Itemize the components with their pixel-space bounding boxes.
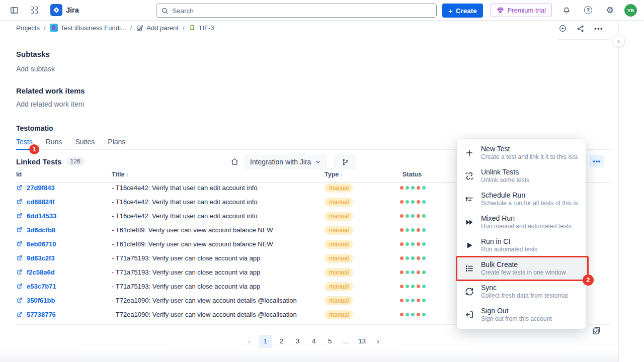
tab-label: Tests — [16, 138, 33, 146]
tab-suites[interactable]: Suites — [75, 138, 95, 149]
branch-button[interactable] — [334, 154, 356, 169]
next-page-button[interactable]: › — [372, 335, 385, 348]
project-selector-dropdown[interactable]: Integration with Jira — [244, 154, 327, 169]
menu-item-unlink-tests[interactable]: Unlink TestsUnlink some tests — [457, 164, 586, 188]
sliders-icon — [464, 195, 474, 204]
menu-item-run-in-ci[interactable]: Run in CIRun automated tests — [457, 234, 586, 257]
test-id-link[interactable]: 3d6dcfb8 — [16, 226, 112, 234]
linked-tests-title: Linked Tests 126 — [16, 157, 85, 166]
test-title: - T72ea1090: Verify user can view accoun… — [112, 297, 325, 304]
menu-item-subtitle: Unlink some tests — [481, 176, 529, 184]
page-button-1[interactable]: 1 — [259, 335, 272, 348]
notifications-button[interactable] — [559, 3, 574, 17]
status-dot-fail — [400, 200, 404, 204]
menu-item-new-test[interactable]: New TestCreate a test and link it it to … — [457, 141, 586, 164]
header-divider — [557, 39, 610, 40]
status-dot-pass — [422, 214, 426, 218]
test-id-link[interactable]: 27d9f843 — [16, 184, 112, 192]
status-dot-fail — [400, 228, 404, 232]
add-related-item-button[interactable]: Add related work item — [16, 100, 84, 108]
annotation-step-badge: 2 — [583, 275, 594, 286]
add-parent-button[interactable]: Add parent — [136, 24, 179, 32]
tab-tests[interactable]: Tests1 — [16, 138, 33, 150]
watch-icon[interactable] — [558, 24, 567, 33]
page-button-5[interactable]: 5 — [324, 335, 337, 348]
status-dot-pass — [411, 186, 415, 190]
test-type-badge: manual — [325, 240, 353, 249]
test-id-link[interactable]: 57738776 — [16, 311, 112, 318]
settings-button[interactable]: ⚙ — [603, 3, 617, 17]
external-link-icon — [16, 184, 23, 191]
page-button-13[interactable]: 13 — [356, 335, 369, 348]
share-icon[interactable] — [577, 25, 585, 33]
status-dot-pass — [411, 270, 415, 274]
previous-page-button[interactable]: ‹ — [243, 335, 256, 348]
collapse-panel-button[interactable]: ‹ — [612, 35, 625, 47]
tab-plans[interactable]: Plans — [108, 138, 125, 149]
menu-item-sign-out[interactable]: Sign OutSign out from this account — [457, 303, 586, 326]
sidebar-toggle-icon[interactable] — [7, 3, 21, 17]
help-button[interactable]: ? — [581, 3, 595, 17]
status-dot-pass — [411, 228, 415, 232]
test-id-link[interactable]: cd68824f — [16, 198, 112, 206]
menu-item-subtitle: Collect fresh data from testomat — [481, 292, 568, 300]
status-dot-pass — [406, 256, 409, 260]
app-switcher-icon[interactable] — [27, 3, 41, 17]
menu-item-bulk-create[interactable]: Bulk CreateCreate few tests in one windo… — [457, 257, 586, 280]
gem-icon — [497, 7, 504, 14]
status-dot-pass — [406, 270, 409, 274]
create-button[interactable]: + Create — [442, 4, 483, 18]
test-type-badge: manual — [325, 296, 353, 305]
breadcrumb-projects[interactable]: Projects — [16, 24, 40, 32]
menu-item-subtitle: Schedule a run for all tests of this iss… — [481, 200, 578, 207]
status-dot-fail — [400, 256, 404, 260]
page-button-3[interactable]: 3 — [291, 335, 304, 348]
annotation-step-badge: 1 — [29, 144, 39, 154]
premium-trial-button[interactable]: Premium trial — [491, 4, 552, 17]
test-id-link[interactable]: 6eb06710 — [16, 240, 112, 248]
test-title: - T71a75193: Verify user can close accou… — [112, 283, 325, 290]
status-dot-pass — [411, 256, 415, 260]
status-dot-fail — [400, 214, 404, 218]
linked-tests-more-button[interactable]: ••• — [590, 155, 604, 167]
status-dot-pass — [411, 313, 415, 316]
bulk-select-button[interactable] — [592, 326, 601, 335]
subtasks-heading: Subtasks — [16, 50, 50, 58]
test-id-link[interactable]: e53c7b71 — [16, 283, 112, 290]
status-dot-pass — [411, 242, 415, 246]
more-icon[interactable]: ••• — [594, 25, 603, 32]
search-input[interactable] — [172, 7, 432, 15]
status-dot-pass — [411, 285, 415, 288]
status-dot-pass — [406, 200, 409, 204]
jira-home-link[interactable]: Jira — [50, 4, 79, 16]
add-subtask-button[interactable]: Add subtask — [16, 65, 55, 73]
status-dot-fail — [400, 285, 404, 288]
jira-logo-icon — [50, 4, 62, 16]
tab-runs[interactable]: Runs — [46, 138, 62, 149]
test-title: - T71a75193: Verify user can close accou… — [112, 254, 325, 262]
header-title[interactable]: Title↕ — [112, 171, 325, 178]
page-button-2[interactable]: 2 — [275, 335, 288, 348]
breadcrumb-project[interactable]: Test iBusiness Fundi... — [50, 24, 126, 32]
checklist-icon — [592, 326, 601, 335]
test-id-link[interactable]: 9d63c2f3 — [16, 254, 112, 262]
status-dot-pass — [422, 242, 426, 246]
menu-item-sync[interactable]: SyncCollect fresh data from testomat — [457, 280, 586, 303]
global-search[interactable] — [156, 4, 437, 18]
header-id: Id — [16, 171, 112, 178]
test-id-link[interactable]: 350f61bb — [16, 297, 112, 304]
test-type-badge: manual — [325, 268, 353, 277]
menu-item-title: Run in CI — [481, 237, 537, 246]
external-link-icon — [16, 240, 23, 247]
story-bookmark-icon — [189, 24, 196, 31]
menu-item-schedule-run[interactable]: Schedule RunSchedule a run for all tests… — [457, 188, 586, 211]
status-dot-fail — [417, 270, 420, 274]
test-id-link[interactable]: f2c58a6d — [16, 268, 112, 276]
page-button-4[interactable]: 4 — [307, 335, 320, 348]
breadcrumb-issue-key[interactable]: TIF-3 — [189, 24, 214, 32]
test-id-link[interactable]: 6dd14533 — [16, 212, 112, 220]
home-button[interactable] — [230, 157, 239, 166]
header-type[interactable]: Type↕ — [325, 171, 403, 178]
menu-item-mixed-run[interactable]: Mixed RunRun manual and automated tests — [457, 211, 586, 234]
user-avatar[interactable]: YB — [624, 4, 637, 17]
